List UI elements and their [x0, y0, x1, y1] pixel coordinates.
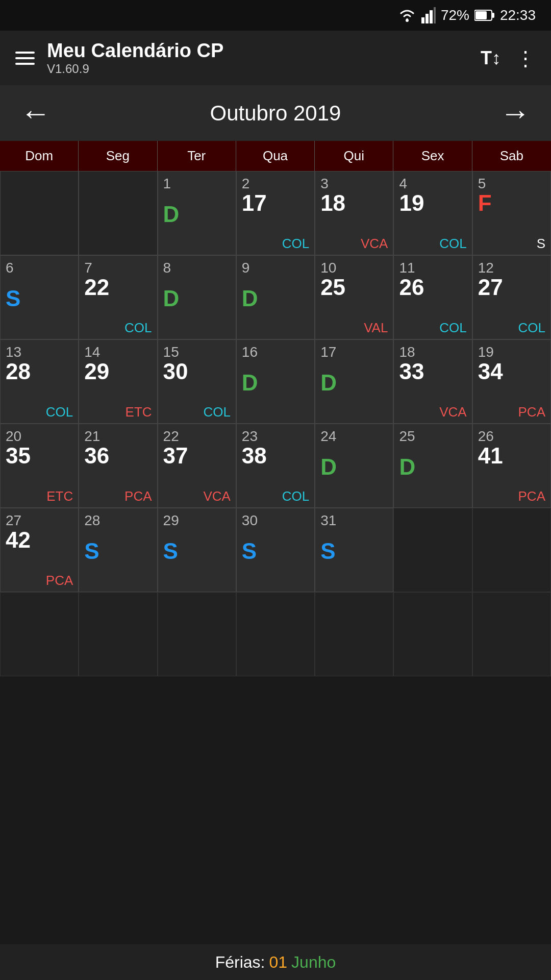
calendar-cell-7[interactable]: 6S: [0, 255, 79, 339]
shift-tag: VCA: [399, 404, 466, 420]
shift-letter: D: [320, 456, 388, 478]
calendar-cell-4[interactable]: 318VCA: [315, 171, 393, 255]
shift-number: 17: [242, 192, 309, 214]
day-number: 23: [242, 428, 258, 445]
calendar-cell-32[interactable]: 31S: [315, 508, 393, 592]
calendar-cell-26[interactable]: 25D: [393, 424, 472, 508]
calendar-cell-1[interactable]: [79, 171, 157, 255]
shift-number: 34: [478, 360, 545, 383]
calendar-cell-20[interactable]: 1934PCA: [472, 339, 551, 424]
calendar-cell-15[interactable]: 1429ETC: [79, 339, 157, 424]
header-left: Meu Calendário CP V1.60.9: [15, 40, 223, 76]
header: Meu Calendário CP V1.60.9 T↕ ⋮: [0, 31, 551, 85]
calendar-cell-8[interactable]: 722COL: [79, 255, 157, 339]
ferias-label: Férias:: [215, 953, 265, 972]
calendar-cell-12[interactable]: 1126COL: [393, 255, 472, 339]
day-number: 5: [478, 176, 486, 192]
day-number: 13: [6, 344, 21, 360]
calendar-cell-33[interactable]: [393, 508, 472, 592]
calendar-cell-41[interactable]: [472, 592, 551, 676]
calendar-cell-31[interactable]: 30S: [236, 508, 315, 592]
day-header-sex: Sex: [393, 141, 472, 171]
calendar-cell-23[interactable]: 2237VCA: [158, 424, 236, 508]
ferias-date: 01: [269, 953, 288, 972]
header-title: Meu Calendário CP V1.60.9: [47, 40, 223, 76]
calendar-cell-11[interactable]: 1025VAL: [315, 255, 393, 339]
shift-letter: S: [320, 540, 388, 562]
calendar-cell-36[interactable]: [79, 592, 157, 676]
calendar-cell-2[interactable]: 1D: [158, 171, 236, 255]
shift-tag: PCA: [6, 573, 73, 589]
calendar-cell-17[interactable]: 16D: [236, 339, 315, 424]
day-number: 30: [242, 512, 258, 529]
signal-icon: [421, 7, 436, 23]
day-number: 11: [399, 260, 415, 276]
calendar-cell-25[interactable]: 24D: [315, 424, 393, 508]
menu-button[interactable]: [15, 52, 35, 65]
shift-number: 36: [84, 445, 152, 467]
shift-tag: PCA: [478, 404, 545, 420]
calendar-cell-38[interactable]: [236, 592, 315, 676]
calendar-cell-30[interactable]: 29S: [158, 508, 236, 592]
calendar-cell-10[interactable]: 9D: [236, 255, 315, 339]
calendar-cell-5[interactable]: 419COL: [393, 171, 472, 255]
day-number: 9: [242, 260, 250, 276]
day-number: 28: [84, 512, 100, 529]
svg-rect-1: [421, 17, 424, 23]
day-number: 2: [242, 176, 250, 192]
shift-letter: S: [163, 540, 231, 562]
text-size-button[interactable]: T↕: [481, 47, 501, 69]
calendar-cell-19[interactable]: 1833VCA: [393, 339, 472, 424]
ferias-month: Junho: [291, 953, 336, 972]
status-bar: 72% 22:33: [0, 0, 551, 31]
shift-tag: COL: [478, 320, 545, 336]
calendar-cell-22[interactable]: 2136PCA: [79, 424, 157, 508]
shift-number: 38: [242, 445, 309, 467]
calendar-grid: 1D217COL318VCA419COL5FS6S722COL8D9D1025V…: [0, 171, 551, 676]
day-number: 6: [6, 260, 14, 276]
shift-tag: COL: [6, 404, 73, 420]
calendar-cell-39[interactable]: [315, 592, 393, 676]
calendar-cell-27[interactable]: 2641PCA: [472, 424, 551, 508]
shift-tag: VCA: [163, 488, 231, 504]
shift-tag: COL: [84, 320, 152, 336]
svg-rect-3: [430, 10, 433, 23]
shift-number: 33: [399, 360, 466, 383]
day-number: 14: [84, 344, 100, 360]
calendar-cell-29[interactable]: 28S: [79, 508, 157, 592]
calendar-cell-0[interactable]: [0, 171, 79, 255]
calendar-cell-18[interactable]: 17D: [315, 339, 393, 424]
day-number: 24: [320, 428, 336, 445]
day-number: 8: [163, 260, 171, 276]
app-name: Meu Calendário CP: [47, 40, 223, 62]
day-number: 20: [6, 428, 21, 445]
shift-number: 42: [6, 529, 73, 551]
day-number: 10: [320, 260, 336, 276]
day-header-seg: Seg: [79, 141, 157, 171]
shift-number: 28: [6, 360, 73, 383]
version-label: V1.60.9: [47, 62, 223, 76]
shift-number: 18: [320, 192, 388, 214]
calendar-cell-35[interactable]: [0, 592, 79, 676]
calendar-cell-24[interactable]: 2338COL: [236, 424, 315, 508]
calendar-cell-34[interactable]: [472, 508, 551, 592]
calendar-cell-37[interactable]: [158, 592, 236, 676]
calendar-cell-6[interactable]: 5FS: [472, 171, 551, 255]
calendar-cell-28[interactable]: 2742PCA: [0, 508, 79, 592]
calendar-cell-13[interactable]: 1227COL: [472, 255, 551, 339]
day-header-sab: Sab: [472, 141, 551, 171]
day-header-qui: Qui: [315, 141, 393, 171]
calendar-cell-3[interactable]: 217COL: [236, 171, 315, 255]
shift-tag: COL: [399, 236, 466, 252]
more-options-button[interactable]: ⋮: [515, 46, 536, 70]
prev-month-button[interactable]: ←: [10, 90, 61, 136]
shift-number: 41: [478, 445, 545, 467]
shift-tag: PCA: [478, 488, 545, 504]
day-number: 1: [163, 176, 171, 192]
calendar-cell-21[interactable]: 2035ETC: [0, 424, 79, 508]
calendar-cell-9[interactable]: 8D: [158, 255, 236, 339]
calendar-cell-16[interactable]: 1530COL: [158, 339, 236, 424]
calendar-cell-14[interactable]: 1328COL: [0, 339, 79, 424]
calendar-cell-40[interactable]: [393, 592, 472, 676]
next-month-button[interactable]: →: [490, 90, 541, 136]
